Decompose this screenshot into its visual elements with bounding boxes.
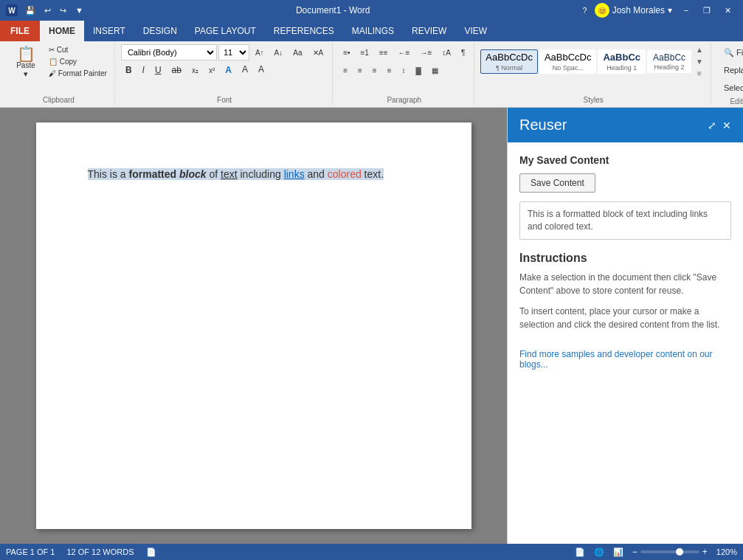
styles-area: AaBbCcDc ¶ Normal AaBbCcDc No Spac... Aa… [480, 44, 706, 79]
main-area: This is a formatted block of text includ… [0, 108, 743, 544]
zoom-out-btn[interactable]: − [632, 547, 637, 557]
ribbon-toolbar: 📋 Paste ▾ ✂ Cut 📋 Copy 🖌 Format Painter … [0, 41, 743, 108]
bold-btn[interactable]: B [121, 62, 136, 78]
panel-close-btn[interactable]: ✕ [722, 120, 731, 131]
save-quick-btn[interactable]: 💾 [22, 4, 38, 17]
style-no-space[interactable]: AaBbCcDc No Spac... [539, 49, 597, 74]
zoom-slider[interactable] [640, 550, 699, 553]
format-painter-btn[interactable]: 🖌 Format Painter [46, 68, 110, 79]
strikethrough-btn[interactable]: ab [167, 62, 186, 78]
text-effects-btn[interactable]: A [221, 62, 236, 78]
panel-header: Reuser ⤢ ✕ [508, 108, 743, 142]
style-heading2[interactable]: AaBbCc Heading 2 [647, 50, 691, 74]
panel-expand-btn[interactable]: ⤢ [708, 120, 716, 131]
editing-group: 🔍 Find ▾ Replace Select ▾ Editing [713, 43, 743, 106]
panel-title: Reuser [519, 117, 567, 134]
select-btn[interactable]: Select ▾ [717, 80, 743, 96]
bullets-btn[interactable]: ≡• [339, 44, 354, 61]
paste-icon: 📋 [17, 46, 35, 61]
minimize-btn[interactable]: − [677, 4, 696, 17]
font-row1: Calibri (Body) 11 A↑ A↓ Aa ✕A [121, 44, 328, 61]
status-bar: PAGE 1 OF 1 12 OF 12 WORDS 📄 📄 🌐 📊 − + 1… [0, 544, 743, 560]
save-content-btn[interactable]: Save Content [519, 173, 595, 193]
highlight-btn[interactable]: A [238, 62, 252, 78]
zoom-percent: 120% [716, 547, 737, 556]
grow-font-btn[interactable]: A↑ [251, 44, 269, 61]
multilevel-btn[interactable]: ≡≡ [375, 44, 393, 61]
view-icon-outline[interactable]: 📊 [613, 547, 623, 557]
style-heading1[interactable]: AaBbCc Heading 1 [598, 49, 646, 74]
align-left-btn[interactable]: ≡ [339, 62, 352, 78]
style-normal[interactable]: AaBbCcDc ¶ Normal [480, 49, 538, 74]
numbering-btn[interactable]: ≡1 [356, 44, 373, 61]
tab-mailings[interactable]: MAILINGS [343, 21, 403, 41]
borders-btn[interactable]: ▦ [427, 62, 443, 78]
style-h1-label: Heading 1 [607, 64, 637, 72]
editing-btns: 🔍 Find ▾ Replace Select ▾ [717, 44, 743, 96]
tab-references[interactable]: REFERENCES [265, 21, 343, 41]
justify-btn[interactable]: ≡ [383, 62, 396, 78]
content-preview-box[interactable]: This is a formatted block of text includ… [519, 201, 731, 240]
document-page[interactable]: This is a formatted block of text includ… [36, 122, 471, 529]
tab-file[interactable]: FILE [0, 21, 40, 41]
decrease-indent-btn[interactable]: ←≡ [394, 44, 415, 61]
zoom-in-btn[interactable]: + [702, 547, 708, 557]
style-h1-preview: AaBbCc [603, 52, 640, 64]
font-size-select[interactable]: 11 [218, 44, 249, 61]
replace-btn[interactable]: Replace [717, 62, 743, 78]
increase-indent-btn[interactable]: →≡ [415, 44, 436, 61]
styles-up-btn[interactable]: ▲ [693, 44, 706, 55]
tab-design[interactable]: DESIGN [134, 21, 186, 41]
style-nospace-label: No Spac... [553, 64, 584, 72]
link-text[interactable]: links [284, 168, 305, 180]
center-btn[interactable]: ≡ [353, 62, 367, 78]
undo-btn[interactable]: ↩ [41, 4, 54, 17]
tab-insert[interactable]: INSERT [84, 21, 134, 41]
tab-page-layout[interactable]: PAGE LAYOUT [186, 21, 265, 41]
paste-btn[interactable]: 📋 Paste ▾ [7, 44, 44, 81]
view-icon-print[interactable]: 📄 [575, 547, 585, 557]
tab-home[interactable]: HOME [40, 21, 84, 41]
instructions-para2: To insert content, place your cursor or … [519, 305, 731, 331]
restore-btn[interactable]: ❐ [697, 4, 716, 17]
cut-btn[interactable]: ✂ Cut [46, 44, 110, 55]
qa-dropdown-btn[interactable]: ▼ [72, 4, 86, 16]
clipboard-group: 📋 Paste ▾ ✂ Cut 📋 Copy 🖌 Format Painter … [3, 43, 115, 106]
show-hide-btn[interactable]: ¶ [457, 44, 469, 61]
find-btn[interactable]: 🔍 Find ▾ [717, 44, 743, 61]
blog-link[interactable]: Find more samples and developer content … [519, 349, 713, 370]
underline-btn[interactable]: U [151, 62, 166, 78]
help-btn[interactable]: ? [580, 4, 590, 16]
shading-btn[interactable]: ▓ [412, 62, 426, 78]
tab-review[interactable]: REVIEW [403, 21, 455, 41]
user-avatar: 😊 [595, 3, 609, 18]
font-color-btn[interactable]: A [254, 62, 269, 78]
clear-format-btn[interactable]: ✕A [308, 44, 328, 61]
user-dropdown-icon[interactable]: ▾ [668, 5, 672, 15]
font-content: Calibri (Body) 11 A↑ A↓ Aa ✕A B I U ab x… [121, 44, 328, 94]
copy-btn[interactable]: 📋 Copy [46, 56, 110, 67]
zoom-thumb[interactable] [676, 548, 683, 556]
sort-btn[interactable]: ↕A [438, 44, 455, 61]
word-count: 12 OF 12 WORDS [66, 547, 134, 556]
close-btn[interactable]: ✕ [718, 4, 737, 17]
styles-group: AaBbCcDc ¶ Normal AaBbCcDc No Spac... Aa… [476, 43, 711, 106]
font-name-select[interactable]: Calibri (Body) [121, 44, 217, 61]
panel-header-controls: ⤢ ✕ [708, 120, 731, 131]
change-case-btn[interactable]: Aa [288, 44, 306, 61]
line-spacing-btn[interactable]: ↕ [398, 62, 410, 78]
shrink-font-btn[interactable]: A↓ [270, 44, 288, 61]
align-right-btn[interactable]: ≡ [368, 62, 381, 78]
subscript-btn[interactable]: x₂ [187, 62, 203, 78]
view-icon-web[interactable]: 🌐 [594, 547, 604, 557]
styles-down-btn[interactable]: ▼ [693, 56, 706, 67]
redo-btn[interactable]: ↪ [57, 4, 69, 17]
italic-btn[interactable]: I [138, 62, 149, 78]
superscript-btn[interactable]: x² [204, 62, 219, 78]
colored-text: colored [328, 168, 362, 180]
tab-view[interactable]: VIEW [455, 21, 496, 41]
paragraph-label: Paragraph [387, 94, 421, 104]
proofing-icon[interactable]: 📄 [146, 547, 156, 557]
underlined-text: text [221, 168, 238, 180]
styles-more-btn[interactable]: ≡ [693, 68, 706, 79]
